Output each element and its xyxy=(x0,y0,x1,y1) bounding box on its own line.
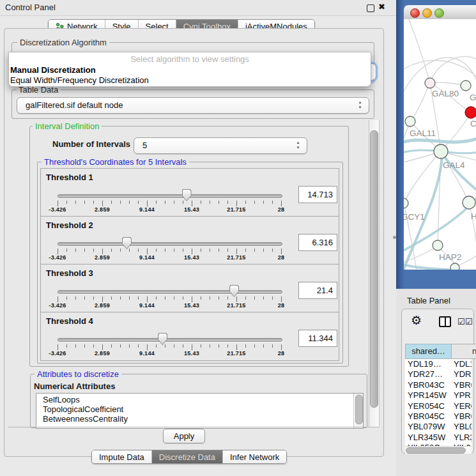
threshold-block-4: Threshold 4-3.4262.8599.14415.4321.71528… xyxy=(40,312,339,361)
network-node[interactable] xyxy=(404,198,408,208)
node-label: GAL4 xyxy=(443,160,465,170)
cell-shared-name: YBR045C xyxy=(408,411,445,421)
table-row[interactable]: YDR27…YDR2 xyxy=(405,369,472,380)
tab-label: Impute Data xyxy=(99,452,144,462)
screenshot-stage: Control Panel ✖ NetworkStyleSelectCyni T… xyxy=(0,0,476,476)
network-node[interactable] xyxy=(463,196,475,209)
zoom-traffic-light-icon[interactable] xyxy=(434,8,444,18)
gear-icon[interactable]: ⚙ xyxy=(411,313,422,328)
tab-label: Infer Network xyxy=(230,452,279,462)
column-header-shared-name[interactable]: shared… xyxy=(405,344,452,359)
tab-discretize-data[interactable]: Discretize Data xyxy=(152,450,223,463)
table-horizontal-scrollbar[interactable] xyxy=(405,446,472,454)
tick-label: 9.144 xyxy=(133,206,161,213)
table-row[interactable]: YBL079WYBL0 xyxy=(405,422,472,433)
table-rows: YDL19…YDL1YDR27…YDR2YBR043CYBR0YPR145WYP… xyxy=(405,359,472,446)
algorithm-option-manual[interactable]: Manual Discretization xyxy=(10,65,96,75)
network-window-titlebar[interactable] xyxy=(404,5,476,20)
threshold-value-field[interactable]: 6.316 xyxy=(298,234,337,251)
table-row[interactable]: YBR045CYBR0 xyxy=(405,411,472,422)
tick-label: 21.715 xyxy=(222,302,250,309)
table-row[interactable]: YBR043CYBR0 xyxy=(405,380,472,391)
node-label: HAP2 xyxy=(439,252,461,262)
tick-label: -3.426 xyxy=(43,302,72,309)
cell-shared-name: YBR043C xyxy=(408,380,445,390)
cell-name: YPR1 xyxy=(454,390,472,400)
threshold-value-field[interactable]: 14.713 xyxy=(298,186,337,203)
slider-ticks: -3.4262.8599.14415.4321.71528 xyxy=(41,312,339,360)
table-row[interactable]: YLR345WYLR3 xyxy=(405,433,472,443)
table-data-combobox-value: galFiltered.sif default node xyxy=(26,98,123,113)
attributes-to-discretize-group: Attributes to discretize Numerical Attri… xyxy=(30,374,367,428)
checkbox-checked-icon[interactable]: ☑ xyxy=(457,317,465,326)
tick-label: 15.43 xyxy=(178,302,206,309)
table-data-combobox[interactable]: galFiltered.sif default node ▲▼ xyxy=(17,97,369,114)
table-panel-box: ⚙ ☑ ☑ shared… n YDL19…YDL1YDR27…YDR2YBR0… xyxy=(401,309,474,454)
network-node[interactable] xyxy=(450,263,459,270)
interval-definition-group-title: Interval Definition xyxy=(33,121,102,131)
node-label: C xyxy=(470,119,476,128)
node-label: GA xyxy=(470,93,476,102)
tab-impute-data[interactable]: Impute Data xyxy=(92,450,152,463)
thresholds-coordinates-group-title: Threshold's Coordinates for 5 Intervals xyxy=(42,157,189,167)
tick-label: 28 xyxy=(267,350,295,357)
apply-button[interactable]: Apply xyxy=(163,429,205,443)
column-header-name[interactable]: n xyxy=(452,344,476,359)
table-row[interactable]: YPR145WYPR1 xyxy=(405,390,472,401)
columns-icon[interactable] xyxy=(439,316,451,327)
tab-infer-network[interactable]: Infer Network xyxy=(223,450,286,463)
attribute-list-item[interactable]: BetweennessCentrality xyxy=(43,414,128,424)
interval-definition-group: Interval Definition Number of Intervals … xyxy=(29,126,349,367)
cell-shared-name: YDL19… xyxy=(408,359,441,369)
node-label: GAL80 xyxy=(432,89,459,98)
algorithm-option-equal-width[interactable]: Equal Width/Frequency Discretization xyxy=(10,75,149,85)
close-traffic-light-icon[interactable] xyxy=(410,8,420,18)
attributes-group-title: Attributes to discretize xyxy=(35,369,121,379)
number-of-intervals-combobox[interactable]: 5 ▲▼ xyxy=(134,137,307,154)
network-node[interactable] xyxy=(433,240,443,250)
network-node[interactable] xyxy=(405,116,415,127)
discretization-algorithm-group-title: Discretization Algorithm xyxy=(17,38,109,47)
table-row[interactable]: YER054CYER0 xyxy=(405,401,472,412)
numerical-attributes-list[interactable]: SelfLoopsTopologicalCoefficientBetweenne… xyxy=(36,393,364,429)
control-panel-title: Control Panel xyxy=(5,3,56,12)
table-hscrollbar-thumb[interactable] xyxy=(406,447,466,454)
close-icon[interactable]: ✖ xyxy=(378,2,385,12)
threshold-value-field[interactable]: 21.4 xyxy=(298,282,337,299)
tick-label: 15.43 xyxy=(178,254,206,261)
tick-label: 28 xyxy=(267,254,295,261)
network-edge-thick xyxy=(441,152,476,193)
tick-label: 9.144 xyxy=(133,350,161,357)
cell-name: YDR2 xyxy=(454,369,472,379)
network-graph: GAL80GACGAL11GAL4GCY1HHAP2 xyxy=(404,19,476,270)
tick-label: 28 xyxy=(267,302,295,309)
cell-shared-name: YDR27… xyxy=(408,369,443,379)
control-panel-scrollbar[interactable] xyxy=(369,120,380,427)
table-panel: Table Panel ⚙ ☑ ☑ shared… n YDL19…YDL1YD… xyxy=(396,289,476,476)
tick-label: 15.43 xyxy=(178,206,206,213)
checkbox-checked-icon[interactable]: ☑ xyxy=(465,317,473,326)
network-view-canvas[interactable]: GAL80GACGAL11GAL4GCY1HHAP2 xyxy=(404,19,476,270)
table-panel-title: Table Panel xyxy=(407,296,450,305)
threshold-block-3: Threshold 3-3.4262.8599.14415.4321.71528… xyxy=(40,264,339,313)
minimize-traffic-light-icon[interactable] xyxy=(422,8,432,18)
threshold-value-field[interactable]: 11.344 xyxy=(298,330,337,347)
tick-label: 21.715 xyxy=(222,206,250,213)
network-node[interactable] xyxy=(461,81,471,91)
table-row[interactable]: YDL19…YDL1 xyxy=(405,359,472,370)
algorithm-dropdown-placeholder: Select algorithm to view settings xyxy=(9,54,371,64)
network-node[interactable] xyxy=(425,78,435,88)
float-panel-icon[interactable] xyxy=(367,4,374,12)
network-node[interactable] xyxy=(434,144,448,158)
attribute-list-item[interactable]: SelfLoops xyxy=(43,395,80,404)
attributes-scrollbar-thumb[interactable] xyxy=(355,395,363,424)
network-node[interactable] xyxy=(465,107,476,118)
thresholds-coordinates-group: Threshold's Coordinates for 5 Intervals … xyxy=(37,162,343,364)
attributes-list-scrollbar[interactable] xyxy=(353,394,363,428)
attribute-list-item[interactable]: TopologicalCoefficient xyxy=(43,404,123,414)
number-of-intervals-value: 5 xyxy=(142,138,147,153)
node-label: GAL11 xyxy=(410,128,436,138)
network-edge xyxy=(409,19,429,79)
control-panel-scrollbar-thumb[interactable] xyxy=(370,130,378,408)
number-of-intervals-label: Number of Intervals xyxy=(52,139,130,149)
